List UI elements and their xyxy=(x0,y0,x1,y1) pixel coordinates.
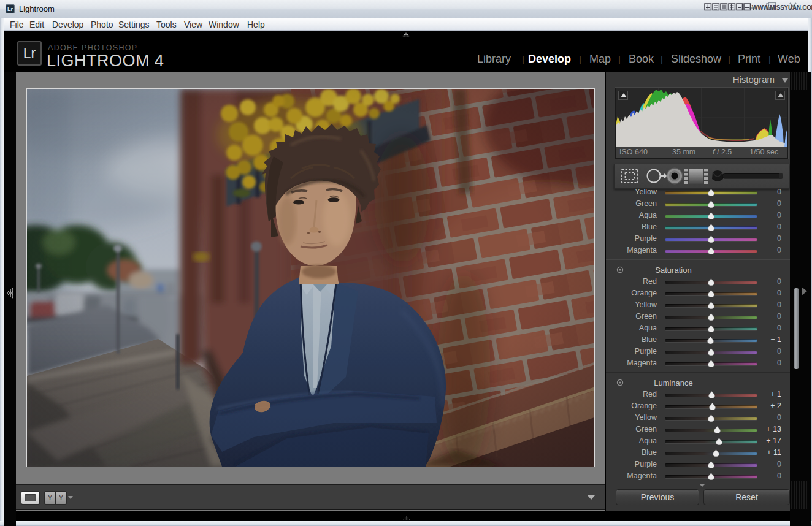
svg-text:WWW.MISSYUAN.COM: WWW.MISSYUAN.COM xyxy=(752,4,812,11)
